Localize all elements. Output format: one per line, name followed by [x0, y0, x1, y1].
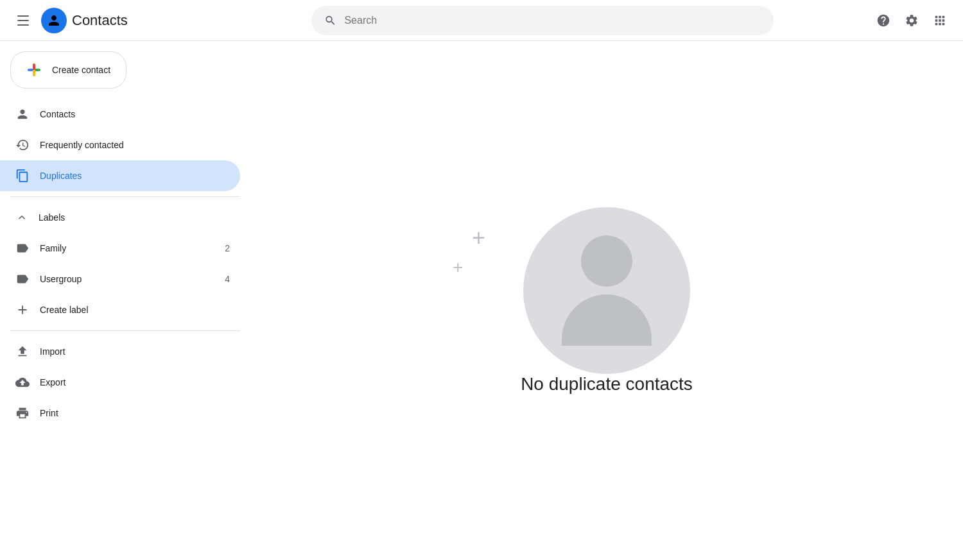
sidebar-item-duplicates[interactable]: Duplicates — [0, 160, 240, 191]
app-logo — [41, 8, 67, 33]
apps-icon — [933, 13, 947, 28]
hamburger-icon — [17, 15, 29, 26]
add-icon — [15, 303, 30, 317]
label-icon-family — [15, 241, 30, 255]
settings-button[interactable] — [899, 8, 924, 33]
person-head — [581, 235, 632, 287]
sidebar-item-import[interactable]: Import — [0, 336, 240, 367]
create-contact-icon — [26, 62, 42, 78]
sidebar-item-print[interactable]: Print — [0, 398, 240, 428]
help-icon — [876, 13, 890, 28]
labels-section-header[interactable]: Labels — [0, 202, 250, 233]
empty-state-container: + + — [523, 207, 690, 374]
duplicates-label: Duplicates — [40, 171, 230, 181]
chevron-up-icon — [15, 211, 28, 224]
header-left: Contacts — [10, 8, 261, 33]
copy-icon — [15, 169, 30, 183]
import-label: Import — [40, 346, 230, 357]
apps-button[interactable] — [927, 8, 953, 33]
content-area: + + No duplicate contacts — [250, 41, 963, 560]
frequently-contacted-label: Frequently contacted — [40, 140, 230, 150]
sidebar-item-usergroup[interactable]: Usergroup 4 — [0, 264, 240, 294]
sidebar-item-contacts[interactable]: Contacts — [0, 99, 240, 130]
export-label: Export — [40, 377, 230, 387]
usergroup-label: Usergroup — [40, 274, 214, 284]
labels-section-label: Labels — [39, 212, 65, 223]
help-button[interactable] — [871, 8, 896, 33]
decorative-plus-1: + — [472, 226, 485, 250]
person-body — [562, 294, 652, 346]
cloud-upload-icon — [15, 375, 30, 389]
person-icon — [15, 107, 30, 121]
sidebar-divider-2 — [10, 330, 240, 331]
app-header: Contacts — [0, 0, 963, 41]
sidebar-item-frequently-contacted[interactable]: Frequently contacted — [0, 130, 240, 160]
label-icon-usergroup — [15, 272, 30, 286]
sidebar: Create contact Contacts Frequently conta… — [0, 41, 250, 560]
menu-button[interactable] — [10, 8, 36, 33]
empty-state-text: No duplicate contacts — [521, 374, 693, 395]
main-content: Create contact Contacts Frequently conta… — [0, 41, 963, 560]
search-input[interactable] — [344, 15, 761, 26]
settings-icon — [905, 13, 919, 28]
decorative-plus-2: + — [453, 259, 463, 276]
family-count: 2 — [225, 243, 230, 253]
empty-avatar — [523, 207, 690, 374]
sidebar-divider-1 — [10, 196, 240, 197]
sidebar-item-create-label[interactable]: Create label — [0, 294, 240, 325]
create-label-text: Create label — [40, 305, 230, 315]
header-actions — [871, 8, 953, 33]
family-label: Family — [40, 243, 214, 253]
sidebar-item-family[interactable]: Family 2 — [0, 233, 240, 264]
usergroup-count: 4 — [225, 274, 230, 284]
contacts-label: Contacts — [40, 109, 230, 119]
sidebar-item-export[interactable]: Export — [0, 367, 240, 398]
contacts-app-icon — [46, 13, 62, 28]
create-contact-button[interactable]: Create contact — [10, 51, 126, 89]
search-bar[interactable] — [311, 6, 774, 35]
print-label: Print — [40, 408, 230, 418]
history-icon — [15, 138, 30, 152]
app-title: Contacts — [72, 12, 128, 29]
create-contact-label: Create contact — [52, 65, 110, 75]
upload-icon — [15, 344, 30, 359]
person-silhouette — [562, 235, 652, 346]
search-icon — [324, 14, 336, 27]
print-icon — [15, 406, 30, 420]
